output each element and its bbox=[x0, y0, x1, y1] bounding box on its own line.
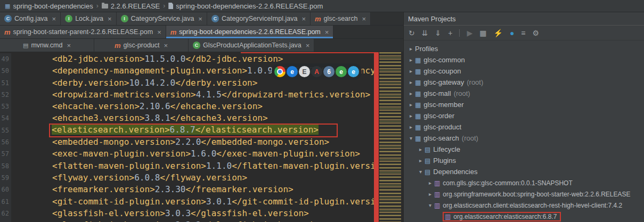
interface-icon: I bbox=[65, 15, 72, 22]
close-icon[interactable]: × bbox=[164, 42, 168, 50]
chevron-right-icon[interactable]: ▸ bbox=[407, 113, 415, 119]
tab-mvnw-cmd[interactable]: ▤mvnw.cmd× bbox=[0, 39, 94, 52]
breadcrumb-item-spring-boot-dependencies[interactable]: ▦spring-boot-dependencies bbox=[3, 2, 95, 10]
reimport-icon[interactable]: ↻ bbox=[409, 29, 415, 37]
close-icon[interactable]: × bbox=[301, 15, 306, 23]
breadcrumb-item-2-2-6-release[interactable]: 2.2.6.RELEASE bbox=[100, 2, 162, 10]
tree-item-glsc-coupon[interactable]: ▸▦glsc-coupon bbox=[404, 65, 644, 77]
tree-item-glsc-mall[interactable]: ▸▦glsc-mall(root) bbox=[404, 88, 644, 99]
tab-spring-boot-dependencies-2-2-6-release-pom[interactable]: mspring-boot-dependencies-2.2.6.RELEASE.… bbox=[166, 26, 334, 38]
tree-item-com-glls-glsc-glsc-common-0-0-1-snapshot[interactable]: ▸▥com.glls.glsc:glsc-common:0.0.1-SNAPSH… bbox=[404, 177, 644, 188]
code-text: <db2-jdbc.version>11.5.0.0</db2-jdbc.ver… bbox=[52, 54, 283, 64]
line-number: 57 bbox=[0, 148, 11, 160]
chevron-down-icon[interactable]: ▾ bbox=[407, 135, 415, 141]
tab-label: glsc-product bbox=[123, 42, 159, 49]
tab-glsc-search[interactable]: mglsc-search× bbox=[311, 12, 371, 25]
chevron-right-icon[interactable]: ▸ bbox=[407, 68, 415, 74]
explorer-grey-icon[interactable]: E bbox=[299, 66, 310, 77]
module-icon: ▦ bbox=[415, 113, 421, 119]
chevron-right-icon[interactable]: ▸ bbox=[407, 102, 415, 108]
chrome-icon[interactable] bbox=[274, 66, 286, 77]
close-icon[interactable]: × bbox=[198, 15, 202, 23]
chevron-right-icon[interactable]: ▸ bbox=[407, 79, 415, 85]
code-line[interactable]: 55<elasticsearch.version>6.8.7</elastics… bbox=[0, 125, 374, 136]
code-line[interactable]: 57<exec-maven-plugin.version>1.6.0</exec… bbox=[0, 148, 374, 160]
code-area[interactable]: eEA6ee 49<db2-jdbc.version>11.5.0.0</db2… bbox=[0, 52, 374, 222]
chevron-right-icon[interactable]: ▸ bbox=[426, 180, 434, 186]
close-icon[interactable]: × bbox=[67, 42, 71, 50]
line-number: 63 bbox=[0, 219, 11, 222]
tab-glsc-product[interactable]: mglsc-product× bbox=[94, 39, 189, 52]
tree-item-glsc-order[interactable]: ▸▦glsc-order bbox=[404, 110, 644, 121]
code-line[interactable]: 53<ehcache.version>2.10.6</ehcache.versi… bbox=[0, 101, 374, 112]
tree-item-org-springframework-boot-spring-boot-starter-web-2-2-6-release[interactable]: ▸▥org.springframework.boot:spring-boot-s… bbox=[404, 188, 644, 200]
ie-browser-icon[interactable]: e bbox=[348, 66, 359, 77]
tab-lock-java[interactable]: ILock.java× bbox=[61, 12, 116, 25]
download-sources-icon[interactable]: ⇓ bbox=[435, 29, 441, 37]
chevron-right-icon[interactable]: ▸ bbox=[407, 91, 415, 96]
chevron-down-icon[interactable]: ▾ bbox=[417, 169, 425, 175]
green-browser-icon[interactable]: e bbox=[336, 66, 347, 77]
code-minimap[interactable] bbox=[379, 52, 401, 222]
tree-item-glsc-search[interactable]: ▾▦glsc-search(root) bbox=[404, 133, 644, 144]
breadcrumb-separator-icon: › bbox=[96, 2, 99, 10]
tree-item-profiles[interactable]: ▸Profiles bbox=[404, 43, 644, 54]
steel-browser-icon[interactable]: 6 bbox=[323, 66, 335, 77]
line-number: 61 bbox=[0, 196, 11, 208]
code-line[interactable]: 59<flyway.version>6.0.8</flyway.version> bbox=[0, 172, 374, 184]
code-line[interactable]: 60<freemarker.version>2.3.30</freemarker… bbox=[0, 184, 374, 195]
run-build-icon[interactable]: ▶ bbox=[467, 29, 472, 37]
close-icon[interactable]: × bbox=[108, 15, 112, 23]
offline-mode-icon[interactable]: ● bbox=[510, 29, 514, 37]
close-icon[interactable]: × bbox=[362, 15, 366, 23]
tab-spring-boot-starter-parent-2-2-6-release-pom[interactable]: mspring-boot-starter-parent-2.2.6.RELEAS… bbox=[0, 26, 166, 38]
tab-glscproductapplicationtests-java[interactable]: CGlscProductApplicationTests.java× bbox=[189, 39, 314, 52]
breadcrumb-item-spring-boot-dependencies-2-2-6-release-pom[interactable]: spring-boot-dependencies-2.2.6.RELEASE.p… bbox=[167, 2, 324, 10]
generate-sources-icon[interactable]: ⇊ bbox=[422, 29, 428, 37]
maven-settings-icon[interactable]: ⚙ bbox=[533, 29, 540, 37]
tree-item-plugins[interactable]: ▸▤Plugins bbox=[404, 155, 644, 166]
editor-filler bbox=[401, 52, 403, 222]
add-maven-project-icon[interactable]: + bbox=[448, 29, 452, 37]
close-icon[interactable]: × bbox=[52, 15, 56, 23]
collapse-all-icon[interactable]: ≡ bbox=[521, 29, 525, 37]
tab-categoryserviceimpl-java[interactable]: CCategoryServiceImpl.java× bbox=[207, 12, 311, 25]
tab-config-java[interactable]: CConfig.java× bbox=[0, 12, 61, 25]
code-line[interactable]: 62<glassfish-el.version>3.0.3</glassfish… bbox=[0, 208, 374, 219]
chevron-right-icon[interactable]: ▸ bbox=[407, 46, 415, 52]
red-a-browser-icon[interactable]: A bbox=[311, 66, 322, 77]
tree-item-dependencies[interactable]: ▾▤Dependencies bbox=[404, 166, 644, 177]
close-icon[interactable]: × bbox=[157, 28, 161, 36]
code-line[interactable]: 52<dropwizard-metrics.version>4.1.5</dro… bbox=[0, 89, 374, 101]
main-area: CConfig.java×ILock.java×ICategoryService… bbox=[0, 12, 644, 222]
tree-item-glsc-product[interactable]: ▸▦glsc-product bbox=[404, 121, 644, 133]
edge-browser-icon[interactable]: e bbox=[287, 66, 298, 77]
tab-categoryservice-java[interactable]: ICategoryService.java× bbox=[117, 12, 207, 25]
tree-item-glsc-member[interactable]: ▸▦glsc-member bbox=[404, 99, 644, 110]
code-line[interactable]: 61<git-commit-id-plugin.version>3.0.1</g… bbox=[0, 196, 374, 208]
tree-item-glsc-common[interactable]: ▸▦glsc-common bbox=[404, 54, 644, 65]
tree-item-glsc-gateway[interactable]: ▸▦glsc-gateway(root) bbox=[404, 77, 644, 88]
chevron-right-icon[interactable]: ▸ bbox=[417, 158, 425, 163]
tree-item-org-elasticsearch-client-elasticsearch-rest-high-level-client-7-4-2[interactable]: ▾▥org.elasticsearch.client:elasticsearch… bbox=[404, 200, 644, 211]
execute-goal-icon[interactable]: ▦ bbox=[479, 29, 486, 37]
close-icon[interactable]: × bbox=[306, 42, 310, 50]
close-icon[interactable]: × bbox=[325, 28, 329, 36]
chevron-right-icon[interactable]: ▸ bbox=[417, 146, 425, 152]
code-line[interactable]: 56<embedded-mongo.version>2.2.0</embedde… bbox=[0, 136, 374, 148]
code-line[interactable]: 54<ehcache3.version>3.8.1</ehcache3.vers… bbox=[0, 112, 374, 124]
chevron-right-icon[interactable]: ▸ bbox=[426, 191, 434, 197]
tree-item-org-elasticsearch-elasticsearch-6-8-7[interactable]: ▥org.elasticsearch:elasticsearch:6.8.7 bbox=[404, 211, 644, 222]
tab-label: spring-boot-starter-parent-2.2.6.RELEASE… bbox=[13, 28, 153, 36]
chevron-down-icon[interactable]: ▾ bbox=[426, 202, 434, 208]
code-line[interactable]: 63<glassfish-jaxb.version>2.3.2</glassfi… bbox=[0, 219, 374, 222]
skip-tests-icon[interactable]: ⚡ bbox=[493, 29, 502, 37]
test-icon: C bbox=[193, 42, 200, 49]
tab-label: spring-boot-dependencies-2.2.6.RELEASE.p… bbox=[179, 28, 320, 36]
maven-panel: Maven Projects ↻⇊⇓+▶▦⚡●≡⚙ ▸Profiles▸▦gls… bbox=[403, 12, 644, 222]
chevron-right-icon[interactable]: ▸ bbox=[407, 124, 415, 130]
chevron-right-icon[interactable]: ▸ bbox=[407, 57, 415, 63]
code-line[interactable]: 58<flatten-maven-plugin.version>1.1.0</f… bbox=[0, 160, 374, 172]
tree-item-lifecycle[interactable]: ▸▤Lifecycle bbox=[404, 144, 644, 155]
code-text: <dropwizard-metrics.version>4.1.5</dropw… bbox=[52, 89, 370, 100]
